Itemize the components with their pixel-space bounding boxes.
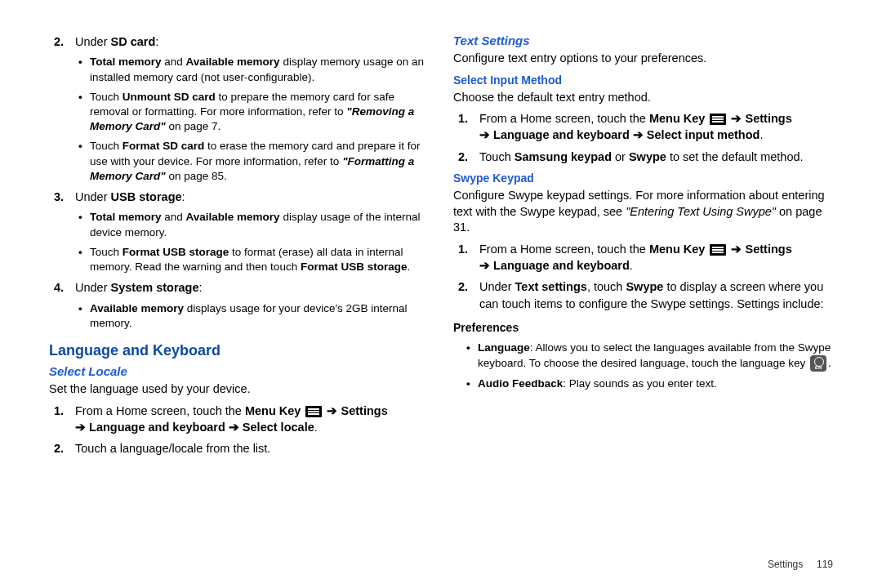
- right-column: Text Settings Configure text entry optio…: [445, 29, 841, 572]
- manual-page: Under SD card: Total memory and Availabl…: [0, 0, 882, 588]
- menu-key-icon: [305, 406, 322, 417]
- sys-bullet-1: Available memory displays usage for your…: [87, 301, 429, 331]
- page-footer: Settings 119: [768, 559, 833, 570]
- pref-bullet-audio: Audio Feedback: Play sounds as you enter…: [474, 376, 841, 391]
- heading-swype-keypad: Swype Keypad: [453, 172, 841, 185]
- text-settings-desc: Configure text entry options to your pre…: [453, 51, 841, 67]
- footer-page-number: 119: [817, 559, 833, 570]
- sim-step-2: Touch Samsung keypad or Swype to set the…: [470, 149, 841, 165]
- menu-key-icon: [710, 244, 726, 256]
- heading-select-locale: Select Locale: [49, 364, 429, 378]
- left-column: Under SD card: Total memory and Availabl…: [49, 29, 445, 572]
- step-system-storage: Under System storage: Available memory d…: [65, 279, 429, 331]
- locale-description: Set the language used by your device.: [49, 381, 429, 398]
- swype-step-2: Under Text settings, touch Swype to disp…: [470, 278, 841, 312]
- locale-step-1: From a Home screen, touch the Menu Key ➔…: [65, 403, 429, 436]
- sd-bullet-3: Touch Format SD card to erase the memory…: [87, 139, 429, 184]
- step-sd-card: Under SD card: Total memory and Availabl…: [65, 33, 429, 184]
- sd-bullet-2: Touch Unmount SD card to prepare the mem…: [87, 90, 429, 135]
- usb-bullet-1: Total memory and Available memory displa…: [87, 210, 429, 239]
- footer-section: Settings: [768, 559, 803, 570]
- pref-bullet-language: Language: Allows you to select the langu…: [474, 341, 841, 372]
- sd-bullet-1: Total memory and Available memory displa…: [87, 55, 429, 84]
- heading-preferences: Preferences: [453, 320, 841, 336]
- language-key-icon: EN: [810, 355, 826, 372]
- heading-select-input-method: Select Input Method: [453, 74, 841, 87]
- locale-step-2: Touch a language/locale from the list.: [65, 440, 429, 457]
- swype-desc: Configure Swype keypad settings. For mor…: [453, 188, 841, 236]
- menu-key-icon: [710, 114, 726, 125]
- heading-text-settings: Text Settings: [453, 33, 841, 47]
- step-usb-storage: Under USB storage: Total memory and Avai…: [65, 189, 429, 274]
- usb-bullet-2: Touch Format USB storage to format (eras…: [87, 245, 429, 274]
- sim-desc: Choose the default text entry method.: [453, 90, 841, 106]
- heading-language-keyboard: Language and Keyboard: [49, 342, 429, 359]
- sim-step-1: From a Home screen, touch the Menu Key ➔…: [470, 110, 841, 144]
- swype-step-1: From a Home screen, touch the Menu Key ➔…: [470, 241, 841, 274]
